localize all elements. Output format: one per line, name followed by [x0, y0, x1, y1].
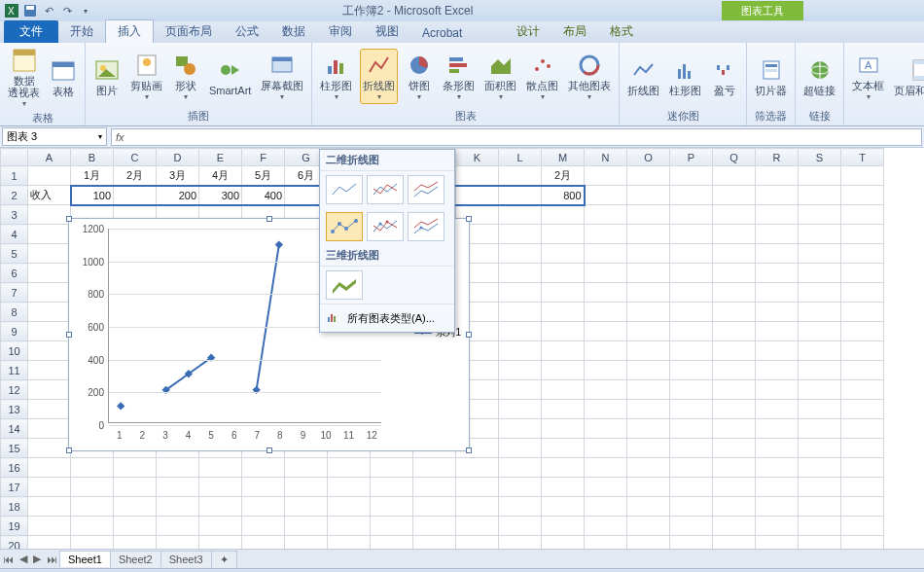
formula-bar[interactable]: fx	[111, 128, 922, 146]
cell[interactable]	[242, 517, 285, 536]
row-header[interactable]: 16	[1, 458, 28, 478]
row-header[interactable]: 4	[1, 225, 28, 244]
row-header[interactable]: 17	[1, 478, 28, 497]
cell[interactable]	[542, 400, 585, 419]
cell[interactable]: 4月	[199, 166, 242, 186]
cell[interactable]	[542, 341, 585, 361]
cell[interactable]	[841, 497, 884, 517]
cell[interactable]	[242, 497, 285, 517]
cell[interactable]	[713, 341, 756, 361]
cell[interactable]	[499, 205, 542, 225]
cell[interactable]	[157, 458, 199, 478]
cell[interactable]	[585, 225, 627, 244]
cell[interactable]	[799, 361, 841, 380]
cell[interactable]	[799, 497, 841, 517]
undo-icon[interactable]: ↶	[41, 3, 56, 18]
cell[interactable]: 400	[242, 186, 285, 205]
cell[interactable]	[542, 458, 585, 478]
cell[interactable]	[585, 322, 627, 341]
cell[interactable]	[841, 244, 884, 264]
cell[interactable]	[841, 283, 884, 303]
cell[interactable]	[799, 283, 841, 303]
line-type-1[interactable]	[326, 175, 363, 204]
cell[interactable]	[285, 536, 328, 550]
col-header[interactable]: C	[114, 149, 157, 166]
cell[interactable]	[756, 361, 799, 380]
cell[interactable]	[28, 264, 71, 283]
row-header[interactable]: 12	[1, 380, 28, 400]
cell[interactable]	[114, 458, 157, 478]
cell[interactable]	[585, 283, 627, 303]
bar-chart-button[interactable]: 条形图	[441, 50, 477, 103]
cell[interactable]	[499, 264, 542, 283]
cell[interactable]	[627, 166, 670, 186]
cell[interactable]	[542, 244, 585, 264]
cell[interactable]	[756, 419, 799, 439]
cell[interactable]	[328, 536, 371, 550]
cell[interactable]	[585, 341, 627, 361]
cell[interactable]	[499, 303, 542, 322]
tab-formula[interactable]: 公式	[224, 20, 270, 43]
cell[interactable]	[585, 536, 627, 550]
cell[interactable]	[670, 283, 713, 303]
other-chart-button[interactable]: 其他图表	[566, 50, 613, 103]
cell[interactable]	[713, 517, 756, 536]
cell[interactable]	[499, 400, 542, 419]
cell[interactable]	[841, 439, 884, 458]
cell[interactable]	[627, 478, 670, 497]
cell[interactable]	[499, 458, 542, 478]
col-header[interactable]: B	[71, 149, 114, 166]
select-all-corner[interactable]	[1, 149, 28, 166]
cell[interactable]	[841, 225, 884, 244]
sheet-tab-1[interactable]: Sheet1	[59, 551, 111, 567]
cell[interactable]	[28, 497, 71, 517]
cell[interactable]	[841, 322, 884, 341]
cell[interactable]	[713, 380, 756, 400]
sheet-tab-3[interactable]: Sheet3	[160, 551, 212, 567]
cell[interactable]	[585, 303, 627, 322]
cell[interactable]	[585, 497, 627, 517]
cell[interactable]	[670, 458, 713, 478]
slicer-button[interactable]: 切片器	[753, 54, 789, 98]
cell[interactable]	[841, 478, 884, 497]
row-header[interactable]: 10	[1, 341, 28, 361]
cell[interactable]	[756, 244, 799, 264]
cell[interactable]	[799, 225, 841, 244]
cell[interactable]	[285, 458, 328, 478]
sparkline-column-button[interactable]: 柱形图	[667, 54, 703, 98]
cell[interactable]: 100	[71, 186, 114, 205]
cell[interactable]	[456, 478, 499, 497]
cell[interactable]	[585, 419, 627, 439]
col-header[interactable]: S	[799, 149, 841, 166]
redo-icon[interactable]: ↷	[59, 3, 75, 18]
cell[interactable]	[670, 341, 713, 361]
cell[interactable]	[242, 458, 285, 478]
tab-review[interactable]: 审阅	[317, 20, 364, 43]
cell[interactable]	[670, 186, 713, 205]
row-header[interactable]: 20	[1, 536, 28, 550]
cell[interactable]	[799, 205, 841, 225]
cell[interactable]	[28, 205, 71, 225]
cell[interactable]	[585, 439, 627, 458]
cell[interactable]	[627, 536, 670, 550]
cell[interactable]	[585, 517, 627, 536]
cell[interactable]	[542, 322, 585, 341]
cell[interactable]	[799, 264, 841, 283]
cell[interactable]	[542, 264, 585, 283]
cell[interactable]: 200	[157, 186, 199, 205]
cell[interactable]	[670, 361, 713, 380]
cell[interactable]	[499, 341, 542, 361]
sheet-nav-prev[interactable]: ◀	[17, 553, 30, 565]
sheet-nav-last[interactable]: ⏭	[44, 554, 60, 565]
cell[interactable]	[627, 186, 670, 205]
worksheet-area[interactable]: ABCDEFGHIJKLMNOPQRST 11月2月3月4月5月6月7月8月2月…	[0, 148, 924, 549]
cell[interactable]	[713, 458, 756, 478]
tab-chart-layout[interactable]: 布局	[551, 20, 598, 43]
col-header[interactable]: D	[157, 149, 199, 166]
cell[interactable]	[114, 517, 157, 536]
cell[interactable]	[542, 380, 585, 400]
cell[interactable]	[799, 322, 841, 341]
cell[interactable]	[28, 341, 71, 361]
cell[interactable]	[456, 186, 499, 205]
tab-file[interactable]: 文件	[4, 20, 58, 43]
